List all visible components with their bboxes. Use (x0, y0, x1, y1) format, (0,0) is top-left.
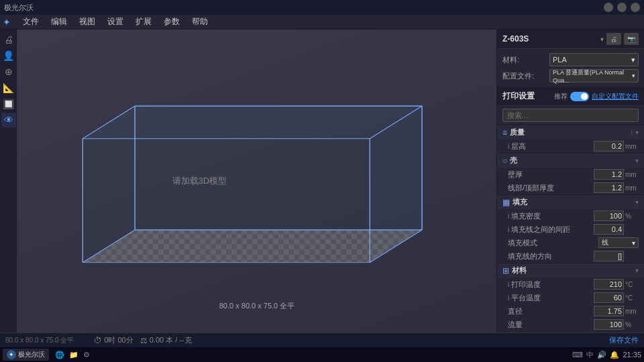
shell-icon: ○ (502, 156, 507, 166)
section-infill[interactable]: ▦ 填充 ▾ (497, 194, 644, 209)
infill-arrow: ▾ (635, 198, 639, 206)
infill-density-info[interactable]: i (508, 213, 509, 220)
tool-measure[interactable]: 📐 (1, 80, 16, 95)
profile-row: 配置文件: PLA 普通质量(PLA Normal Qua...▾ (502, 68, 639, 84)
menu-params[interactable]: 参数 (158, 15, 185, 29)
taskbar-app-label: 极光尔沃 (18, 350, 45, 359)
model-request-label: 请加载3D模型 (172, 175, 227, 187)
search-box (502, 109, 639, 122)
diameter-label: 直径 (508, 306, 594, 316)
main-area: 🖨 👤 ⊕ 📐 🔲 👁 (0, 29, 644, 333)
tool-person[interactable]: 👤 (1, 48, 16, 63)
quality-icon: ≡ (502, 128, 507, 137)
print-temp-unit: °C (625, 281, 639, 288)
print-settings-header: 打印设置 推荐 自定义配置文件 (497, 87, 644, 106)
layer-height-info-icon[interactable]: i (508, 143, 509, 150)
print-settings-title: 打印设置 (502, 90, 535, 102)
print-temp-input[interactable] (594, 279, 624, 290)
top-bottom-row: 线部/顶部厚度 mm (497, 181, 644, 194)
tool-box[interactable]: 🔲 (1, 97, 16, 111)
material-section: 材料: PLA▾ 配置文件: PLA 普通质量(PLA Normal Qua..… (497, 49, 644, 87)
wall-thickness-label: 壁厚 (508, 170, 594, 180)
menu-edit[interactable]: 编辑 (46, 15, 72, 29)
wall-thickness-input[interactable] (594, 169, 624, 180)
diameter-unit: mm (625, 308, 639, 315)
bed-temp-input[interactable] (594, 292, 624, 303)
profile-select[interactable]: PLA 普通质量(PLA Normal Qua...▾ (549, 69, 639, 82)
search-input[interactable] (502, 109, 639, 122)
shell-title: 壳 (510, 156, 633, 166)
titlebar: 极光尔沃 ─ □ ✕ (0, 0, 644, 15)
statusbar-time: ⏱ 0时 00分 (94, 335, 133, 345)
infill-spacing-info[interactable]: i (508, 226, 509, 233)
infill-density-input[interactable] (594, 210, 624, 221)
taskbar-right: ⌨ 中 🔊 🔔 21:35 (572, 350, 641, 360)
printer-camera-icon[interactable]: 📷 (624, 33, 639, 45)
minimize-button[interactable]: ─ (604, 3, 613, 12)
infill-pattern-select[interactable]: 线▾ (598, 237, 639, 248)
save-status-button[interactable]: 保存文件 (609, 335, 639, 345)
section-shell[interactable]: ○ 壳 ▾ (497, 153, 644, 168)
left-toolbar: 🖨 👤 ⊕ 📐 🔲 👁 (0, 29, 17, 333)
svg-marker-8 (83, 106, 422, 139)
custom-link[interactable]: 自定义配置文件 (592, 92, 639, 101)
bed-temp-row: i 平台温度 °C (497, 291, 644, 304)
infill-direction-row: 填充线的方向 (497, 249, 644, 263)
logo-icon: ✦ (3, 17, 11, 27)
taskbar-app-item[interactable]: ✦ 极光尔沃 (3, 349, 49, 361)
top-bottom-input[interactable] (594, 182, 624, 193)
taskbar-folder-icon[interactable]: 📁 (69, 351, 78, 359)
infill-icon: ▦ (502, 198, 510, 207)
time-icon: ⏱ (94, 336, 102, 345)
menu-help[interactable]: 帮助 (186, 15, 213, 29)
section-quality[interactable]: ≡ 质量 i ▾ (497, 125, 644, 139)
maximize-button[interactable]: □ (617, 3, 627, 12)
infill-spacing-row: i 填充线之间的间距 (497, 223, 644, 236)
wall-thickness-row: 壁厚 mm (497, 168, 644, 181)
viewport[interactable]: 80.0 x 80.0 x 75.0 全平 请加载3D模型 (17, 29, 496, 333)
taskbar-browser-icon[interactable]: 🌐 (55, 351, 64, 359)
app-title: 极光尔沃 (4, 3, 34, 13)
menu-file[interactable]: 文件 (17, 15, 44, 29)
tool-view[interactable]: 👁 (1, 113, 16, 127)
menu-view[interactable]: 视图 (74, 15, 101, 29)
printer-dropdown-arrow[interactable]: ▾ (600, 36, 604, 43)
right-panel: Z-603S ▾ 🖨 📷 材料: PLA▾ 配置文件: PLA 普通质量(PLA… (496, 29, 644, 333)
statusbar-weight: ⚖ 0.00 本 / --克 (140, 335, 192, 345)
infill-direction-label: 填充线的方向 (508, 251, 594, 261)
flow-label: 流量 (508, 320, 594, 330)
infill-spacing-label: 填充线之间的间距 (511, 225, 594, 235)
material-section-arrow: ▾ (635, 267, 639, 274)
flow-input[interactable] (594, 319, 624, 330)
taskbar-settings-icon[interactable]: ⚙ (83, 351, 90, 359)
menu-settings[interactable]: 设置 (102, 15, 129, 29)
infill-direction-input[interactable] (594, 251, 624, 261)
taskbar-extra-icons: 🌐 📁 ⚙ (54, 351, 91, 359)
taskbar-network-icon: 🔊 (597, 351, 606, 359)
section-material[interactable]: ⊞ 材料 ▾ (497, 263, 644, 278)
shell-arrow: ▾ (635, 157, 639, 164)
taskbar-volume-icon: 🔔 (610, 351, 619, 359)
bed-temp-info[interactable]: i (508, 294, 509, 302)
layer-height-input[interactable] (594, 141, 624, 152)
material-select[interactable]: PLA▾ (549, 53, 639, 66)
printer-settings-icon[interactable]: 🖨 (606, 33, 621, 45)
infill-title: 填充 (513, 197, 633, 207)
close-button[interactable]: ✕ (631, 3, 640, 12)
printer-name: Z-603S (502, 34, 598, 44)
tool-print[interactable]: 🖨 (1, 32, 16, 47)
recommend-toggle[interactable] (570, 92, 589, 101)
top-bottom-label: 线部/顶部厚度 (508, 183, 594, 193)
menu-extend[interactable]: 扩展 (130, 15, 157, 29)
tool-add[interactable]: ⊕ (1, 64, 16, 79)
infill-spacing-input[interactable] (594, 224, 624, 235)
scene: 80.0 x 80.0 x 75.0 全平 请加载3D模型 (17, 29, 496, 333)
diameter-input[interactable] (594, 306, 624, 316)
print-temp-info[interactable]: i (508, 281, 509, 288)
weight-value: 0.00 本 / --克 (150, 335, 192, 345)
window-controls: ─ □ ✕ (604, 3, 640, 12)
layer-height-row: i 层高 mm (497, 139, 644, 153)
taskbar-lang-icon: 中 (586, 350, 594, 360)
statusbar-save: 保存文件 (609, 335, 639, 345)
material-label: 材料: (502, 55, 549, 65)
